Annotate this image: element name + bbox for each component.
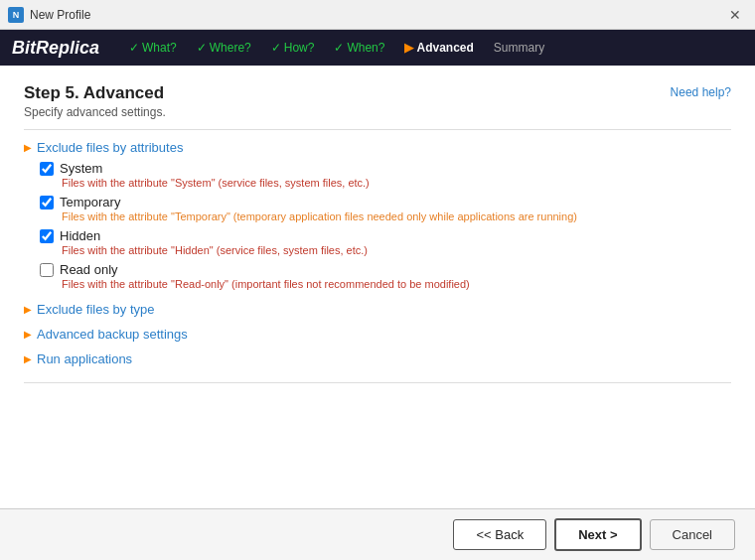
page-header: Need help? Step 5. Advanced Specify adva… [24,83,731,119]
run-applications-header[interactable]: ▶ Run applications [24,351,731,366]
nav-label-when: When? [347,41,384,55]
system-label[interactable]: System [60,161,102,176]
hidden-checkbox[interactable] [40,229,54,243]
window-title: New Profile [30,8,90,22]
nav-label-how: How? [284,41,315,55]
nav-label-advanced: Advanced [416,41,473,55]
nav-steps: ✓ What? ✓ Where? ✓ How? ✓ When? ▶ Advanc… [119,41,554,55]
nav-bar: BitReplica ✓ What? ✓ Where? ✓ How? ✓ Whe… [0,30,755,66]
readonly-checkbox[interactable] [40,263,54,277]
attribute-readonly-row: Read only [40,262,731,277]
content-area: Need help? Step 5. Advanced Specify adva… [0,66,755,508]
title-bar-left: N New Profile [8,7,90,23]
triangle-icon-run: ▶ [24,353,32,364]
nav-label-summary: Summary [494,41,544,55]
attribute-system-row: System [40,161,731,176]
help-link[interactable]: Need help? [671,85,731,99]
advanced-backup-header[interactable]: ▶ Advanced backup settings [24,327,731,342]
advanced-backup-label: Advanced backup settings [37,327,188,342]
page-subtitle: Specify advanced settings. [24,105,731,119]
page-title: Step 5. Advanced [24,83,731,103]
triangle-icon-type: ▶ [24,304,32,315]
app-icon: N [8,7,24,23]
nav-step-what[interactable]: ✓ What? [119,41,187,55]
nav-step-summary[interactable]: Summary [484,41,554,55]
next-button[interactable]: Next > [554,518,641,551]
nav-label-what: What? [142,41,177,55]
check-icon-how: ✓ [271,41,281,55]
brand-part2: Replica [36,38,99,58]
nav-step-how[interactable]: ✓ How? [261,41,325,55]
exclude-by-attributes-header[interactable]: ▶ Exclude files by attributes [24,140,731,155]
close-button[interactable]: ✕ [723,5,747,25]
brand-part1: Bit [12,38,36,58]
run-applications-label: Run applications [37,351,132,366]
header-divider [24,129,731,130]
nav-step-when[interactable]: ✓ When? [324,41,394,55]
brand-logo: BitReplica [12,38,99,59]
back-button[interactable]: << Back [453,519,546,550]
attribute-hidden-row: Hidden [40,228,731,243]
readonly-label[interactable]: Read only [60,262,118,277]
attribute-temporary-row: Temporary [40,195,731,210]
exclude-by-attributes-label: Exclude files by attributes [37,140,183,155]
temporary-label[interactable]: Temporary [60,195,120,210]
system-desc: Files with the attribute "System" (servi… [62,177,731,189]
attribute-temporary-item: Temporary Files with the attribute "Temp… [40,195,731,222]
title-bar: N New Profile ✕ [0,0,755,30]
attribute-system-item: System Files with the attribute "System"… [40,161,731,189]
temporary-desc: Files with the attribute "Temporary" (te… [62,210,731,222]
check-icon-where: ✓ [197,41,207,55]
nav-label-where: Where? [210,41,251,55]
triangle-icon-attributes: ▶ [24,142,32,153]
footer-divider [24,382,731,383]
check-icon-what: ✓ [129,41,139,55]
attribute-hidden-item: Hidden Files with the attribute "Hidden"… [40,228,731,256]
footer: << Back Next > Cancel [0,508,755,560]
exclude-by-type-label: Exclude files by type [37,302,155,317]
check-icon-when: ✓ [334,41,344,55]
temporary-checkbox[interactable] [40,196,54,210]
hidden-label[interactable]: Hidden [60,228,100,243]
cancel-button[interactable]: Cancel [650,519,735,550]
exclude-by-type-header[interactable]: ▶ Exclude files by type [24,302,731,317]
nav-step-advanced[interactable]: ▶ Advanced [394,41,483,55]
triangle-icon-backup: ▶ [24,329,32,340]
nav-step-where[interactable]: ✓ Where? [187,41,261,55]
hidden-desc: Files with the attribute "Hidden" (servi… [62,244,731,256]
attribute-readonly-item: Read only Files with the attribute "Read… [40,262,731,290]
system-checkbox[interactable] [40,162,54,176]
readonly-desc: Files with the attribute "Read-only" (im… [62,278,731,290]
arrow-icon-advanced: ▶ [404,41,413,55]
